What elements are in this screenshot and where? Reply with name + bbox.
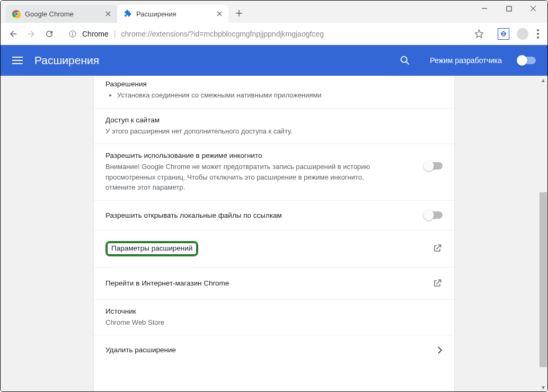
scroll-up-arrow-icon[interactable]: ▲ — [539, 76, 547, 84]
bookmark-star-icon[interactable] — [474, 29, 484, 39]
close-icon[interactable] — [216, 10, 223, 17]
developer-mode-toggle[interactable] — [518, 57, 536, 64]
close-window-button[interactable] — [521, 1, 545, 16]
file-urls-section: Разрешить открывать локальные файлы по с… — [94, 201, 454, 230]
site-access-heading: Доступ к сайтам — [105, 116, 443, 124]
source-body: Chrome Web Store — [105, 317, 443, 328]
scrollbar-thumb[interactable] — [540, 192, 547, 367]
source-heading: Источник — [105, 307, 443, 315]
forward-button[interactable] — [26, 29, 37, 39]
svg-rect-5 — [72, 33, 73, 35]
permissions-item: Установка соединения со смежными нативны… — [117, 90, 443, 101]
svg-point-4 — [72, 32, 73, 33]
tab-title: Расширения — [136, 10, 211, 18]
chevron-right-icon — [437, 346, 443, 354]
back-button[interactable] — [8, 29, 19, 39]
extension-detail-card: Разрешения Установка соединения со смежн… — [94, 76, 454, 391]
url-divider: | — [114, 30, 116, 38]
incognito-section: Разрешить использование в режиме инкогни… — [94, 144, 454, 201]
webstore-row[interactable]: Перейти в Интернет-магазин Chrome — [94, 268, 454, 300]
address-bar[interactable]: Chrome | chrome://extensions/?id=mcbpblo… — [62, 26, 490, 41]
reload-button[interactable] — [44, 29, 55, 39]
menu-icon[interactable] — [12, 57, 25, 64]
page-title: Расширения — [34, 54, 99, 67]
permissions-section: Разрешения Установка соединения со смежн… — [94, 76, 454, 109]
vertical-scrollbar[interactable]: ▲ ▼ — [539, 76, 547, 391]
maximize-button[interactable] — [497, 1, 521, 16]
extension-favicon-icon — [123, 10, 132, 18]
new-tab-button[interactable] — [231, 5, 248, 22]
file-urls-heading: Разрешить открывать локальные файлы по с… — [105, 211, 418, 219]
svg-rect-2 — [507, 6, 511, 11]
extension-toolbar-icon[interactable] — [498, 28, 509, 40]
incognito-toggle[interactable] — [425, 162, 443, 170]
profile-avatar[interactable] — [517, 28, 528, 40]
incognito-heading: Разрешить использование в режиме инкогни… — [105, 152, 425, 159]
incognito-body: Внимание! Google Chrome не может предотв… — [105, 162, 392, 193]
tab-google-chrome[interactable]: Google Chrome — [6, 5, 117, 23]
close-icon[interactable] — [104, 10, 112, 17]
content-area: Разрешения Установка соединения со смежн… — [1, 76, 547, 391]
remove-extension-row[interactable]: Удалить расширение — [94, 335, 454, 364]
site-access-section: Доступ к сайтам У этого расширения нет д… — [94, 109, 454, 145]
site-info-icon[interactable] — [68, 30, 77, 38]
url-text: chrome://extensions/?id=mcbpblocgmgfnpjj… — [121, 30, 324, 38]
tab-strip: Google Chrome Расширения — [1, 1, 248, 23]
extension-options-label: Параметры расширений — [105, 241, 198, 256]
developer-mode-label: Режим разработчика — [430, 56, 502, 65]
extension-options-row[interactable]: Параметры расширений — [94, 230, 454, 268]
site-access-body: У этого расширения нет дополнительного д… — [105, 126, 443, 137]
svg-point-6 — [401, 57, 407, 63]
minimize-button[interactable] — [472, 1, 497, 16]
url-label: Chrome — [82, 30, 109, 38]
open-in-new-icon — [432, 278, 443, 289]
window-titlebar: Google Chrome Расширения — [1, 1, 547, 23]
toolbar: Chrome | chrome://extensions/?id=mcbpblo… — [1, 23, 547, 45]
open-in-new-icon — [432, 243, 443, 254]
file-urls-toggle[interactable] — [425, 211, 443, 219]
tab-title: Google Chrome — [25, 10, 100, 18]
tab-extensions[interactable]: Расширения — [117, 5, 228, 23]
window-controls — [472, 1, 547, 16]
chrome-favicon-icon — [12, 10, 21, 18]
search-icon[interactable] — [399, 55, 411, 66]
source-section: Источник Chrome Web Store — [94, 300, 454, 336]
remove-label: Удалить расширение — [105, 346, 176, 354]
chrome-menu-button[interactable] — [536, 29, 540, 39]
svg-point-1 — [15, 12, 17, 15]
permissions-heading: Разрешения — [105, 80, 443, 88]
scroll-down-arrow-icon[interactable]: ▼ — [539, 383, 547, 391]
extensions-header: Расширения Режим разработчика — [1, 45, 547, 76]
webstore-label: Перейти в Интернет-магазин Chrome — [105, 279, 229, 287]
